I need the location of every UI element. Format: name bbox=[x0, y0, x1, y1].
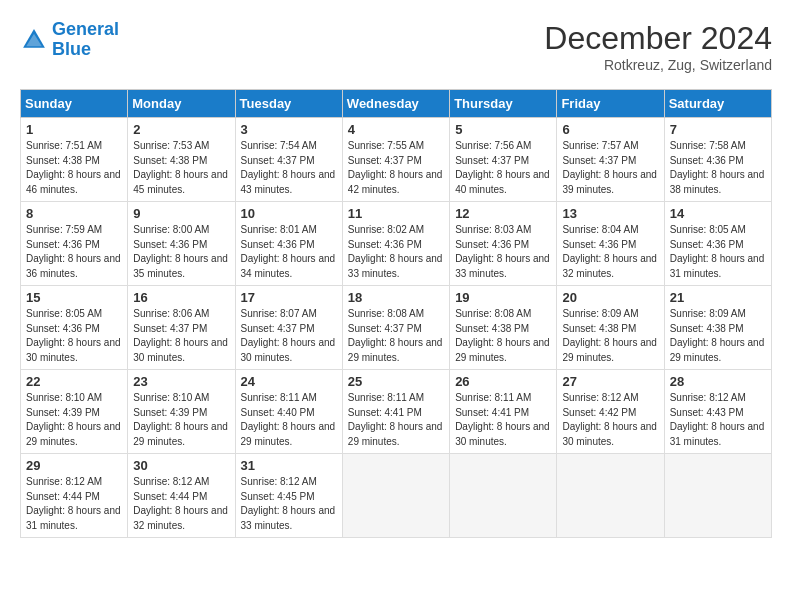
day-number: 18 bbox=[348, 290, 444, 305]
day-number: 19 bbox=[455, 290, 551, 305]
day-number: 16 bbox=[133, 290, 229, 305]
day-info: Sunrise: 8:06 AM Sunset: 4:37 PM Dayligh… bbox=[133, 307, 229, 365]
day-info: Sunrise: 8:02 AM Sunset: 4:36 PM Dayligh… bbox=[348, 223, 444, 281]
day-number: 20 bbox=[562, 290, 658, 305]
calendar-cell: 15 Sunrise: 8:05 AM Sunset: 4:36 PM Dayl… bbox=[21, 286, 128, 370]
day-info: Sunrise: 8:12 AM Sunset: 4:45 PM Dayligh… bbox=[241, 475, 337, 533]
calendar-cell bbox=[450, 454, 557, 538]
day-info: Sunrise: 7:55 AM Sunset: 4:37 PM Dayligh… bbox=[348, 139, 444, 197]
day-number: 15 bbox=[26, 290, 122, 305]
day-info: Sunrise: 8:03 AM Sunset: 4:36 PM Dayligh… bbox=[455, 223, 551, 281]
calendar-cell: 5 Sunrise: 7:56 AM Sunset: 4:37 PM Dayli… bbox=[450, 118, 557, 202]
day-number: 17 bbox=[241, 290, 337, 305]
location: Rotkreuz, Zug, Switzerland bbox=[544, 57, 772, 73]
day-info: Sunrise: 8:11 AM Sunset: 4:41 PM Dayligh… bbox=[455, 391, 551, 449]
day-info: Sunrise: 8:07 AM Sunset: 4:37 PM Dayligh… bbox=[241, 307, 337, 365]
calendar-cell: 4 Sunrise: 7:55 AM Sunset: 4:37 PM Dayli… bbox=[342, 118, 449, 202]
day-info: Sunrise: 7:59 AM Sunset: 4:36 PM Dayligh… bbox=[26, 223, 122, 281]
day-info: Sunrise: 8:09 AM Sunset: 4:38 PM Dayligh… bbox=[670, 307, 766, 365]
calendar-cell: 21 Sunrise: 8:09 AM Sunset: 4:38 PM Dayl… bbox=[664, 286, 771, 370]
day-number: 10 bbox=[241, 206, 337, 221]
calendar-week-2: 8 Sunrise: 7:59 AM Sunset: 4:36 PM Dayli… bbox=[21, 202, 772, 286]
day-number: 30 bbox=[133, 458, 229, 473]
day-number: 23 bbox=[133, 374, 229, 389]
logo-line1: General bbox=[52, 19, 119, 39]
day-number: 8 bbox=[26, 206, 122, 221]
calendar-cell: 19 Sunrise: 8:08 AM Sunset: 4:38 PM Dayl… bbox=[450, 286, 557, 370]
day-info: Sunrise: 7:56 AM Sunset: 4:37 PM Dayligh… bbox=[455, 139, 551, 197]
day-number: 12 bbox=[455, 206, 551, 221]
calendar-cell: 8 Sunrise: 7:59 AM Sunset: 4:36 PM Dayli… bbox=[21, 202, 128, 286]
day-info: Sunrise: 8:10 AM Sunset: 4:39 PM Dayligh… bbox=[26, 391, 122, 449]
header-sunday: Sunday bbox=[21, 90, 128, 118]
calendar-week-3: 15 Sunrise: 8:05 AM Sunset: 4:36 PM Dayl… bbox=[21, 286, 772, 370]
calendar-cell: 29 Sunrise: 8:12 AM Sunset: 4:44 PM Dayl… bbox=[21, 454, 128, 538]
calendar-cell: 25 Sunrise: 8:11 AM Sunset: 4:41 PM Dayl… bbox=[342, 370, 449, 454]
day-info: Sunrise: 8:12 AM Sunset: 4:44 PM Dayligh… bbox=[133, 475, 229, 533]
calendar-cell: 27 Sunrise: 8:12 AM Sunset: 4:42 PM Dayl… bbox=[557, 370, 664, 454]
day-number: 22 bbox=[26, 374, 122, 389]
calendar-cell: 17 Sunrise: 8:07 AM Sunset: 4:37 PM Dayl… bbox=[235, 286, 342, 370]
day-info: Sunrise: 8:00 AM Sunset: 4:36 PM Dayligh… bbox=[133, 223, 229, 281]
calendar-cell bbox=[342, 454, 449, 538]
day-number: 25 bbox=[348, 374, 444, 389]
calendar-cell: 30 Sunrise: 8:12 AM Sunset: 4:44 PM Dayl… bbox=[128, 454, 235, 538]
day-number: 27 bbox=[562, 374, 658, 389]
day-number: 11 bbox=[348, 206, 444, 221]
day-info: Sunrise: 8:09 AM Sunset: 4:38 PM Dayligh… bbox=[562, 307, 658, 365]
calendar-cell: 16 Sunrise: 8:06 AM Sunset: 4:37 PM Dayl… bbox=[128, 286, 235, 370]
logo: General Blue bbox=[20, 20, 119, 60]
header-tuesday: Tuesday bbox=[235, 90, 342, 118]
day-info: Sunrise: 8:05 AM Sunset: 4:36 PM Dayligh… bbox=[26, 307, 122, 365]
calendar-cell: 28 Sunrise: 8:12 AM Sunset: 4:43 PM Dayl… bbox=[664, 370, 771, 454]
day-number: 29 bbox=[26, 458, 122, 473]
calendar-cell bbox=[557, 454, 664, 538]
calendar-cell: 12 Sunrise: 8:03 AM Sunset: 4:36 PM Dayl… bbox=[450, 202, 557, 286]
day-info: Sunrise: 8:10 AM Sunset: 4:39 PM Dayligh… bbox=[133, 391, 229, 449]
day-info: Sunrise: 7:51 AM Sunset: 4:38 PM Dayligh… bbox=[26, 139, 122, 197]
day-number: 13 bbox=[562, 206, 658, 221]
calendar-cell: 24 Sunrise: 8:11 AM Sunset: 4:40 PM Dayl… bbox=[235, 370, 342, 454]
calendar-cell: 6 Sunrise: 7:57 AM Sunset: 4:37 PM Dayli… bbox=[557, 118, 664, 202]
calendar-week-1: 1 Sunrise: 7:51 AM Sunset: 4:38 PM Dayli… bbox=[21, 118, 772, 202]
day-info: Sunrise: 7:58 AM Sunset: 4:36 PM Dayligh… bbox=[670, 139, 766, 197]
day-info: Sunrise: 7:57 AM Sunset: 4:37 PM Dayligh… bbox=[562, 139, 658, 197]
logo-icon bbox=[20, 26, 48, 54]
calendar-cell: 3 Sunrise: 7:54 AM Sunset: 4:37 PM Dayli… bbox=[235, 118, 342, 202]
header-monday: Monday bbox=[128, 90, 235, 118]
day-info: Sunrise: 8:04 AM Sunset: 4:36 PM Dayligh… bbox=[562, 223, 658, 281]
logo-line2: Blue bbox=[52, 39, 91, 59]
day-info: Sunrise: 8:01 AM Sunset: 4:36 PM Dayligh… bbox=[241, 223, 337, 281]
calendar-cell: 10 Sunrise: 8:01 AM Sunset: 4:36 PM Dayl… bbox=[235, 202, 342, 286]
day-info: Sunrise: 8:08 AM Sunset: 4:37 PM Dayligh… bbox=[348, 307, 444, 365]
day-number: 24 bbox=[241, 374, 337, 389]
calendar-cell: 14 Sunrise: 8:05 AM Sunset: 4:36 PM Dayl… bbox=[664, 202, 771, 286]
calendar-cell: 31 Sunrise: 8:12 AM Sunset: 4:45 PM Dayl… bbox=[235, 454, 342, 538]
header-saturday: Saturday bbox=[664, 90, 771, 118]
header-friday: Friday bbox=[557, 90, 664, 118]
title-block: December 2024 Rotkreuz, Zug, Switzerland bbox=[544, 20, 772, 73]
day-info: Sunrise: 7:54 AM Sunset: 4:37 PM Dayligh… bbox=[241, 139, 337, 197]
day-info: Sunrise: 8:11 AM Sunset: 4:41 PM Dayligh… bbox=[348, 391, 444, 449]
calendar-cell: 22 Sunrise: 8:10 AM Sunset: 4:39 PM Dayl… bbox=[21, 370, 128, 454]
calendar-cell: 11 Sunrise: 8:02 AM Sunset: 4:36 PM Dayl… bbox=[342, 202, 449, 286]
day-number: 26 bbox=[455, 374, 551, 389]
day-info: Sunrise: 8:08 AM Sunset: 4:38 PM Dayligh… bbox=[455, 307, 551, 365]
day-info: Sunrise: 8:12 AM Sunset: 4:43 PM Dayligh… bbox=[670, 391, 766, 449]
day-number: 3 bbox=[241, 122, 337, 137]
day-number: 21 bbox=[670, 290, 766, 305]
day-number: 28 bbox=[670, 374, 766, 389]
day-info: Sunrise: 8:05 AM Sunset: 4:36 PM Dayligh… bbox=[670, 223, 766, 281]
calendar-cell: 13 Sunrise: 8:04 AM Sunset: 4:36 PM Dayl… bbox=[557, 202, 664, 286]
calendar-cell: 26 Sunrise: 8:11 AM Sunset: 4:41 PM Dayl… bbox=[450, 370, 557, 454]
calendar-header-row: SundayMondayTuesdayWednesdayThursdayFrid… bbox=[21, 90, 772, 118]
month-title: December 2024 bbox=[544, 20, 772, 57]
header-thursday: Thursday bbox=[450, 90, 557, 118]
day-number: 31 bbox=[241, 458, 337, 473]
calendar-cell: 2 Sunrise: 7:53 AM Sunset: 4:38 PM Dayli… bbox=[128, 118, 235, 202]
calendar-cell: 7 Sunrise: 7:58 AM Sunset: 4:36 PM Dayli… bbox=[664, 118, 771, 202]
day-info: Sunrise: 7:53 AM Sunset: 4:38 PM Dayligh… bbox=[133, 139, 229, 197]
header-wednesday: Wednesday bbox=[342, 90, 449, 118]
day-number: 9 bbox=[133, 206, 229, 221]
calendar-cell: 20 Sunrise: 8:09 AM Sunset: 4:38 PM Dayl… bbox=[557, 286, 664, 370]
